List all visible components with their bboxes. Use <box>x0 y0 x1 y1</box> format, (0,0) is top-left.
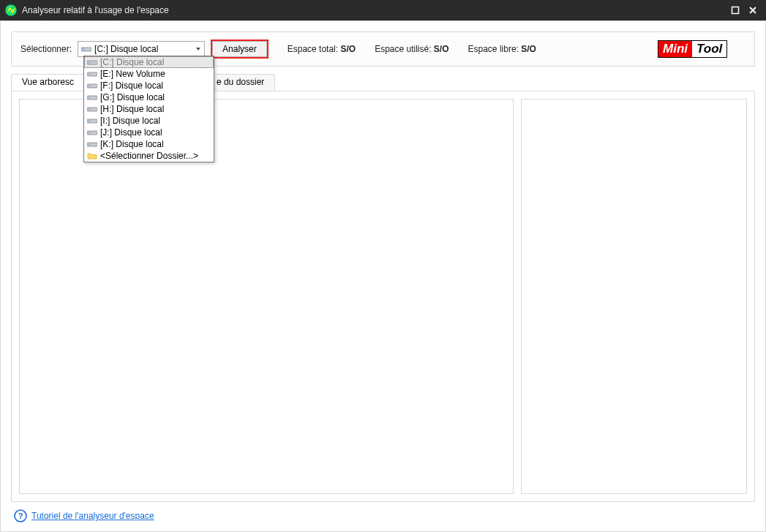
select-label: Sélectionner: <box>20 44 72 54</box>
title-bar: Analyseur relatif à l'usage de l'espace <box>0 0 766 20</box>
drive-icon <box>87 70 97 78</box>
dropdown-item[interactable]: [G:] Disque local <box>84 91 214 103</box>
dropdown-item-label: [F:] Disque local <box>100 80 163 91</box>
drive-icon <box>87 105 97 113</box>
tab-folder-view-fragment[interactable]: e du dossier <box>206 74 275 91</box>
analyze-button-label: Analyser <box>222 44 257 54</box>
dropdown-item-label: <Sélectionner Dossier...> <box>100 151 198 161</box>
close-button[interactable] <box>744 3 762 18</box>
footer: ? Tutoriel de l'analyseur d'espace <box>11 502 755 528</box>
dropdown-item[interactable]: [I:] Disque local <box>84 115 214 127</box>
svg-text:?: ? <box>18 512 23 520</box>
dropdown-item[interactable]: [F:] Disque local <box>84 80 214 91</box>
combo-selected-text: [C:] Disque local <box>94 44 192 54</box>
drive-icon <box>87 116 97 125</box>
dropdown-item[interactable]: [C:] Disque local <box>84 56 214 68</box>
maximize-button[interactable] <box>726 3 744 18</box>
svg-rect-5 <box>89 62 91 64</box>
svg-rect-1 <box>732 7 739 14</box>
drive-icon <box>87 58 97 67</box>
dropdown-item-label: [J:] Disque local <box>100 127 162 138</box>
dropdown-item[interactable]: <Sélectionner Dossier...> <box>84 150 214 162</box>
dropdown-item[interactable]: [H:] Disque local <box>84 103 214 115</box>
svg-rect-9 <box>89 86 91 87</box>
folder-icon <box>87 151 97 160</box>
drive-icon <box>87 81 97 90</box>
svg-rect-7 <box>89 74 91 75</box>
drive-icon <box>81 45 91 53</box>
svg-rect-3 <box>83 49 85 50</box>
drive-icon <box>87 93 97 102</box>
help-icon: ? <box>14 509 27 522</box>
drive-icon <box>87 140 97 149</box>
dropdown-item[interactable]: [K:] Disque local <box>84 138 214 150</box>
dropdown-item[interactable]: [J:] Disque local <box>84 127 214 138</box>
stat-total: Espace total: S/O <box>288 44 356 54</box>
dropdown-item-label: [H:] Disque local <box>100 104 164 114</box>
svg-rect-15 <box>89 121 91 122</box>
dropdown-item-label: [C:] Disque local <box>100 57 164 67</box>
window-title: Analyseur relatif à l'usage de l'espace <box>22 5 726 15</box>
minitool-logo: Mini Tool <box>658 40 746 58</box>
dropdown-item-label: [K:] Disque local <box>100 139 164 149</box>
drive-icon <box>87 128 97 137</box>
dropdown-item[interactable]: [E:] New Volume <box>84 68 214 80</box>
chevron-down-icon <box>192 45 204 53</box>
tab-tree-view[interactable]: Vue arboresc <box>11 74 85 91</box>
drive-select-combo[interactable]: [C:] Disque local <box>78 41 205 57</box>
stat-free: Espace libre: S/O <box>468 44 536 54</box>
svg-rect-17 <box>89 132 91 134</box>
detail-panel <box>521 99 747 494</box>
window-body: Sélectionner: [C:] Disque local Analyser… <box>0 20 766 532</box>
app-icon <box>4 4 18 17</box>
svg-rect-13 <box>89 109 91 110</box>
dropdown-item-label: [E:] New Volume <box>100 69 165 79</box>
tutorial-link[interactable]: Tutoriel de l'analyseur d'espace <box>31 511 154 521</box>
svg-rect-11 <box>89 97 91 99</box>
dropdown-item-label: [I:] Disque local <box>100 116 160 126</box>
analyze-button[interactable]: Analyser <box>211 40 269 59</box>
svg-rect-19 <box>89 144 91 146</box>
stat-used: Espace utilisé: S/O <box>375 44 448 54</box>
dropdown-item-label: [G:] Disque local <box>100 92 165 102</box>
drive-dropdown[interactable]: [C:] Disque local[E:] New Volume[F:] Dis… <box>83 56 214 162</box>
